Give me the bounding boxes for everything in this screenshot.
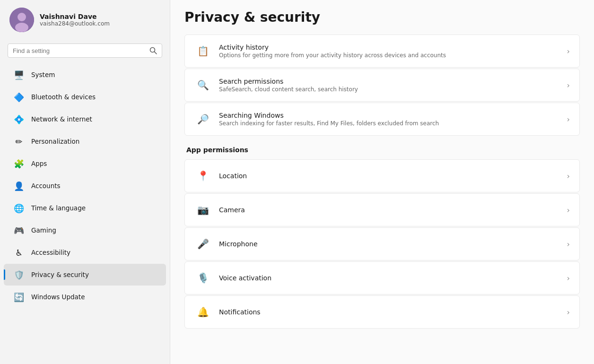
settings-text-microphone: Microphone [219,240,559,248]
settings-title-notifications: Notifications [219,308,559,316]
settings-title-camera: Camera [219,206,559,214]
settings-item-camera[interactable]: 📷 Camera › [184,193,580,226]
page-title: Privacy & security [184,9,580,25]
settings-icon-search-permissions: 🔍 [194,77,211,94]
settings-text-voice-activation: Voice activation [219,274,559,282]
avatar-image [9,8,34,32]
chevron-icon-camera: › [567,206,570,215]
nav-label-bluetooth: Bluetooth & devices [31,93,96,101]
settings-title-searching-windows: Searching Windows [219,112,559,119]
search-input[interactable] [13,47,146,54]
main-content: Privacy & security 📋 Activity history Op… [170,0,594,364]
settings-item-search-permissions[interactable]: 🔍 Search permissions SafeSearch, cloud c… [184,69,580,102]
sidebar-item-time[interactable]: 🌐 Time & language [4,197,166,219]
search-box[interactable] [8,43,162,58]
settings-icon-activity-history: 📋 [194,43,211,60]
sidebar-item-accounts[interactable]: 👤 Accounts [4,175,166,197]
chevron-icon-microphone: › [567,240,570,249]
section-header-app-permissions: App permissions [184,146,580,154]
settings-icon-notifications: 🔔 [194,303,211,321]
nav-icon-time: 🌐 [13,202,25,214]
sidebar-item-bluetooth[interactable]: 🔷 Bluetooth & devices [4,86,166,108]
nav-icon-bluetooth: 🔷 [13,91,25,103]
settings-icon-voice-activation: 🎙️ [194,269,211,286]
avatar [9,8,34,32]
search-icon [149,47,157,54]
nav-label-network: Network & internet [31,115,92,123]
nav-icon-system: 🖥️ [13,69,25,80]
profile-section[interactable]: Vaishnavi Dave vaisha284@outlook.com [0,0,170,40]
chevron-icon-voice-activation: › [567,274,570,283]
nav-list: 🖥️ System 🔷 Bluetooth & devices 💠 Networ… [0,63,170,364]
settings-desc-searching-windows: Search indexing for faster results, Find… [219,120,559,127]
profile-name: Vaishnavi Dave [40,13,110,20]
profile-info: Vaishnavi Dave vaisha284@outlook.com [40,13,110,27]
chevron-icon-activity-history: › [567,47,570,56]
settings-item-activity-history[interactable]: 📋 Activity history Options for getting m… [184,35,580,68]
settings-text-search-permissions: Search permissions SafeSearch, cloud con… [219,78,559,93]
sidebar-item-network[interactable]: 💠 Network & internet [4,108,166,130]
settings-item-microphone[interactable]: 🎤 Microphone › [184,227,580,260]
svg-line-4 [155,52,157,54]
settings-desc-activity-history: Options for getting more from your activ… [219,52,559,59]
svg-point-1 [17,13,26,21]
settings-title-location: Location [219,172,559,180]
settings-icon-microphone: 🎤 [194,235,211,252]
settings-title-voice-activation: Voice activation [219,274,559,282]
sidebar-item-accessibility[interactable]: ♿ Accessibility [4,242,166,263]
nav-label-accounts: Accounts [31,182,61,190]
settings-item-voice-activation[interactable]: 🎙️ Voice activation › [184,261,580,295]
nav-icon-windows-update: 🔄 [13,291,25,303]
settings-icon-camera: 📷 [194,201,211,218]
nav-icon-privacy: 🛡️ [13,269,25,280]
nav-label-accessibility: Accessibility [31,249,70,256]
chevron-icon-searching-windows: › [567,115,570,124]
svg-point-2 [15,23,28,32]
settings-text-notifications: Notifications [219,308,559,316]
sidebar-item-personalization[interactable]: ✏️ Personalization [4,130,166,152]
sidebar-item-privacy[interactable]: 🛡️ Privacy & security [4,264,166,286]
settings-text-searching-windows: Searching Windows Search indexing for fa… [219,112,559,127]
settings-item-location[interactable]: 📍 Location › [184,159,580,192]
nav-icon-apps: 🧩 [13,158,25,169]
settings-icon-location: 📍 [194,167,211,184]
nav-icon-gaming: 🎮 [13,225,25,236]
nav-icon-network: 💠 [13,113,25,125]
settings-text-location: Location [219,172,559,180]
nav-label-personalization: Personalization [31,138,79,145]
nav-label-gaming: Gaming [31,226,56,234]
sidebar-item-gaming[interactable]: 🎮 Gaming [4,219,166,241]
chevron-icon-search-permissions: › [567,81,570,90]
chevron-icon-notifications: › [567,308,570,317]
nav-icon-accessibility: ♿ [13,247,25,258]
settings-list: 📋 Activity history Options for getting m… [184,35,580,329]
settings-title-microphone: Microphone [219,240,559,248]
chevron-icon-location: › [567,172,570,181]
sidebar-item-windows-update[interactable]: 🔄 Windows Update [4,286,166,308]
settings-text-activity-history: Activity history Options for getting mor… [219,43,559,59]
sidebar: Vaishnavi Dave vaisha284@outlook.com 🖥️ … [0,0,170,364]
profile-email: vaisha284@outlook.com [40,20,110,27]
nav-label-privacy: Privacy & security [31,271,89,278]
nav-label-windows-update: Windows Update [31,293,85,301]
settings-title-activity-history: Activity history [219,43,559,51]
settings-item-searching-windows[interactable]: 🔎 Searching Windows Search indexing for … [184,103,580,136]
nav-label-time: Time & language [31,204,86,212]
nav-icon-personalization: ✏️ [13,136,25,147]
nav-label-system: System [31,71,55,78]
settings-title-search-permissions: Search permissions [219,78,559,85]
nav-icon-accounts: 👤 [13,180,25,191]
settings-desc-search-permissions: SafeSearch, cloud content search, search… [219,86,559,93]
settings-icon-searching-windows: 🔎 [194,111,211,128]
settings-item-notifications[interactable]: 🔔 Notifications › [184,295,580,329]
sidebar-item-apps[interactable]: 🧩 Apps [4,153,166,174]
nav-label-apps: Apps [31,160,47,167]
settings-text-camera: Camera [219,206,559,214]
sidebar-item-system[interactable]: 🖥️ System [4,64,166,86]
